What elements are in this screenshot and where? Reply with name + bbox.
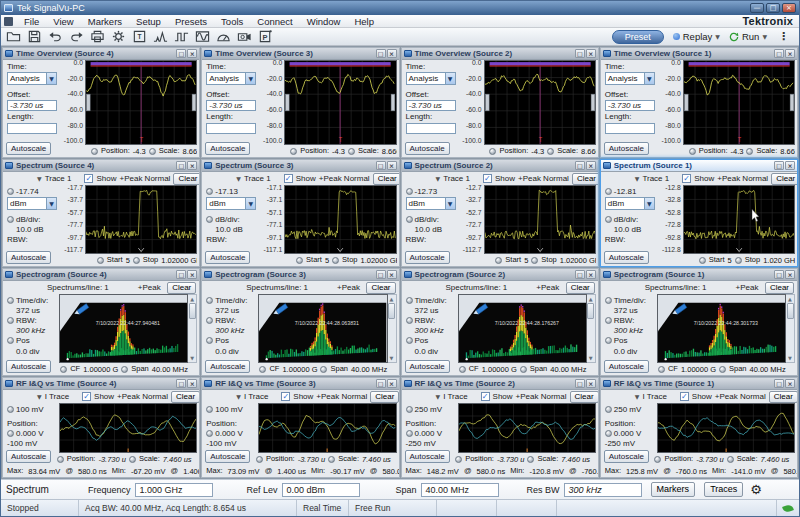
panel-close-button[interactable]: × — [785, 270, 795, 279]
position-knob-icon[interactable] — [7, 430, 14, 437]
panel-titlebar[interactable]: RF I&Q vs Time (Source 2)□× — [402, 378, 598, 390]
pos-knob-icon[interactable] — [605, 337, 612, 344]
clear-button[interactable]: Clear — [566, 282, 595, 294]
panel-maximize-button[interactable]: □ — [376, 49, 386, 58]
ref-level-knob-icon[interactable] — [406, 188, 413, 195]
panel-titlebar[interactable]: Time Overview (Source 2)□× — [402, 48, 598, 60]
print-icon[interactable] — [89, 29, 105, 45]
panel-titlebar[interactable]: Time Overview (Source 3)□× — [202, 48, 398, 60]
autoscale-button[interactable]: Autoscale — [405, 450, 450, 463]
scale-knob-icon[interactable] — [328, 456, 335, 463]
time-select[interactable]: Analysis▼ — [406, 72, 456, 85]
db-div-knob-icon[interactable] — [206, 216, 213, 223]
minimize-button[interactable]: — — [750, 3, 764, 13]
length-field[interactable] — [206, 123, 256, 134]
panel-titlebar[interactable]: Spectrogram (Source 1)□× — [601, 269, 797, 281]
panel-maximize-button[interactable]: □ — [176, 161, 186, 170]
offset-field[interactable]: -3.730 us — [206, 100, 256, 111]
autoscale-button[interactable]: Autoscale — [6, 142, 51, 155]
show-checkbox[interactable]: ✓ — [481, 392, 490, 401]
menu-markers[interactable]: Markers — [81, 16, 129, 27]
position-knob-icon[interactable] — [489, 148, 496, 155]
time-div-knob-icon[interactable] — [7, 297, 14, 304]
db-div-knob-icon[interactable] — [7, 216, 14, 223]
spectrogram-plot[interactable]: 7/10/2022 22:44:27.940481 — [59, 294, 188, 363]
ref-level-field[interactable]: 0.00 dBm — [282, 483, 360, 497]
autoscale-button[interactable]: Autoscale — [604, 360, 649, 373]
scroll-up-icon[interactable]: ▲ — [788, 296, 792, 302]
scroll-thumb[interactable] — [189, 303, 196, 319]
panel-maximize-button[interactable]: □ — [774, 379, 784, 388]
panel-maximize-button[interactable]: □ — [176, 270, 186, 279]
clear-button[interactable]: Clear — [771, 173, 797, 185]
span-field[interactable]: 40.00 MHz — [421, 483, 499, 497]
autoscale-button[interactable]: Autoscale — [205, 450, 250, 463]
panel-close-button[interactable]: × — [387, 49, 397, 58]
frequency-field[interactable]: 1.000 GHz — [135, 483, 213, 497]
scroll-down-icon[interactable]: ▼ — [589, 355, 593, 361]
spectrogram-plot[interactable]: 7/10/2022 22:44:28.063831 — [258, 294, 387, 363]
scale-knob-icon[interactable] — [746, 148, 753, 155]
autoscale-button[interactable]: Autoscale — [604, 251, 649, 264]
time-overview-plot[interactable]: T — [484, 60, 596, 145]
rf-iq-plot[interactable] — [458, 403, 596, 453]
autoscale-button[interactable]: Autoscale — [205, 142, 250, 155]
panel-maximize-button[interactable]: □ — [774, 270, 784, 279]
rf-iq-plot[interactable] — [657, 403, 795, 453]
panel-close-button[interactable]: × — [387, 379, 397, 388]
span-knob-icon[interactable] — [121, 366, 128, 373]
time-select[interactable]: Analysis▼ — [605, 72, 655, 85]
spectrogram-plot[interactable]: 7/10/2022 22:44:28.176267 — [458, 294, 587, 363]
span-knob-icon[interactable] — [719, 366, 726, 373]
scrollbar[interactable]: ▲▼ — [786, 294, 795, 363]
show-checkbox[interactable]: ✓ — [483, 174, 492, 183]
menu-help[interactable]: Help — [347, 16, 381, 27]
autoscale-button[interactable]: Autoscale — [405, 251, 450, 264]
start-knob-icon[interactable] — [495, 257, 502, 264]
position-knob-icon[interactable] — [57, 456, 64, 463]
position-knob-icon[interactable] — [455, 456, 462, 463]
scrollbar[interactable]: ▲▼ — [587, 294, 596, 363]
panel-titlebar[interactable]: Spectrum (Source 1)□× — [601, 160, 797, 172]
clear-button[interactable]: Clear — [370, 391, 398, 403]
stop-knob-icon[interactable] — [735, 257, 742, 264]
menu-setup[interactable]: Setup — [129, 16, 168, 27]
panel-close-button[interactable]: × — [785, 161, 795, 170]
panel-close-button[interactable]: × — [785, 379, 795, 388]
cf-knob-icon[interactable] — [658, 366, 665, 373]
ref-level-knob-icon[interactable] — [605, 188, 612, 195]
preset-button[interactable]: Preset — [612, 30, 664, 44]
position-knob-icon[interactable] — [256, 456, 263, 463]
scroll-up-icon[interactable]: ▲ — [390, 296, 394, 302]
position-knob-icon[interactable] — [605, 430, 612, 437]
clear-button[interactable]: Clear — [173, 173, 199, 185]
panel-close-button[interactable]: × — [586, 49, 596, 58]
panel-titlebar[interactable]: Spectrum (Source 4)□× — [3, 160, 199, 172]
unit-select[interactable]: dBm▼ — [406, 197, 456, 210]
time-overview-plot[interactable]: T — [85, 60, 197, 145]
run-button[interactable]: Run ▼ — [729, 31, 767, 42]
panel-maximize-button[interactable]: □ — [176, 49, 186, 58]
panel-close-button[interactable]: × — [187, 270, 197, 279]
rbw-knob-icon[interactable] — [605, 317, 612, 324]
menu-presets[interactable]: Presets — [168, 16, 214, 27]
scale-knob-icon[interactable] — [727, 456, 734, 463]
autoscale-button[interactable]: Autoscale — [405, 360, 450, 373]
clear-button[interactable]: Clear — [769, 391, 797, 403]
db-div-knob-icon[interactable] — [406, 216, 413, 223]
autoscale-button[interactable]: Autoscale — [205, 251, 250, 264]
autoscale-button[interactable]: Autoscale — [6, 251, 51, 264]
autoscale-button[interactable]: Autoscale — [205, 360, 250, 373]
panel-titlebar[interactable]: RF I&Q vs Time (Source 3)□× — [202, 378, 398, 390]
panel-maximize-button[interactable]: □ — [176, 379, 186, 388]
menu-tools[interactable]: Tools — [214, 16, 250, 27]
ref-level-knob-icon[interactable] — [7, 188, 14, 195]
scale-knob-icon[interactable] — [129, 456, 136, 463]
rf-iq-plot[interactable] — [59, 403, 197, 453]
clear-button[interactable]: Clear — [366, 282, 395, 294]
panel-maximize-button[interactable]: □ — [575, 379, 585, 388]
replay-button[interactable]: Replay ▼ — [673, 31, 720, 42]
spectrum-display-icon[interactable] — [152, 29, 168, 45]
rbw-knob-icon[interactable] — [7, 317, 14, 324]
unit-select[interactable]: dBm▼ — [206, 197, 256, 210]
